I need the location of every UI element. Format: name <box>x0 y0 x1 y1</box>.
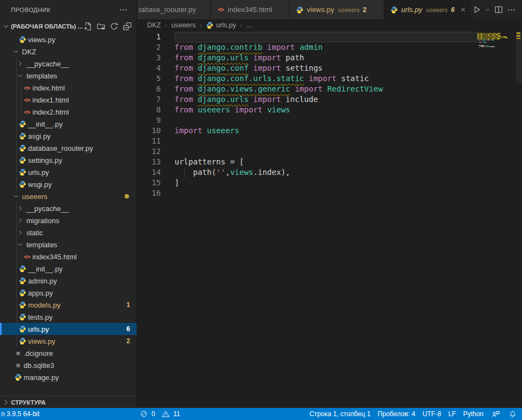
line-number[interactable]: 5 <box>137 73 161 84</box>
code-line-12[interactable] <box>175 146 383 157</box>
tree-file-index1-html[interactable]: <>index1.html <box>0 94 137 106</box>
tree-file--dcignore[interactable]: ≡.dcignore <box>0 347 137 359</box>
tree-file-index2-html[interactable]: <>index2.html <box>0 106 137 118</box>
line-number[interactable]: 8 <box>137 105 161 115</box>
line-number[interactable]: 13 <box>137 157 161 167</box>
tree-file-views-py[interactable]: views.py2 <box>0 335 137 347</box>
breadcrumb-item[interactable]: useeers <box>171 21 195 29</box>
breadcrumb-item[interactable]: ... <box>246 21 252 29</box>
tree-folder-dkz[interactable]: DKZ <box>0 46 137 58</box>
breadcrumb-item[interactable]: urls.py <box>206 21 236 29</box>
line-number[interactable]: 3 <box>137 53 161 63</box>
scrollbar-slider[interactable] <box>516 31 522 83</box>
tree-folder--pycache-[interactable]: __pycache__ <box>0 202 137 214</box>
line-number-gutter[interactable]: 12345678910111213141516 <box>137 32 161 198</box>
warning-count: 11 <box>173 410 180 418</box>
code-line-15[interactable]: ] <box>175 178 383 188</box>
file-icon: ≡ <box>14 350 22 357</box>
status-notifications[interactable] <box>508 408 518 420</box>
new-folder-button[interactable] <box>96 21 106 32</box>
code-line-11[interactable] <box>175 136 383 146</box>
tree-file-wsgi-py[interactable]: wsgi.py <box>0 178 137 190</box>
line-number[interactable]: 7 <box>137 94 161 105</box>
tree-file-tests-py[interactable]: tests.py <box>0 311 137 323</box>
close-icon[interactable] <box>459 5 467 14</box>
collapse-all-button[interactable] <box>122 21 133 32</box>
code-editor[interactable]: 12345678910111213141516 from django.cont… <box>137 31 522 408</box>
code-line-7[interactable]: from django.urls import include <box>175 94 383 105</box>
refresh-button[interactable] <box>109 21 120 32</box>
tree-file-urls-py[interactable]: urls.py <box>0 166 137 178</box>
tree-file--init-py[interactable]: __init__.py <box>0 263 137 275</box>
code-line-5[interactable]: from django.conf.urls.static import stat… <box>175 73 383 84</box>
status-language-mode[interactable]: Python <box>463 408 484 420</box>
code-line-14[interactable]: path('',views.index), <box>175 167 383 178</box>
line-number[interactable]: 2 <box>137 42 161 53</box>
tree-file-views-py[interactable]: views.py <box>0 33 137 46</box>
run-dropdown-icon[interactable] <box>484 4 491 16</box>
tree-folder-static[interactable]: static <box>0 226 137 239</box>
status-feedback[interactable] <box>491 408 501 420</box>
status-cursor-position[interactable]: Строка 1, столбец 1 <box>310 408 371 420</box>
scrollbar[interactable] <box>516 31 522 408</box>
tree-file-admin-py[interactable]: admin.py <box>0 275 137 287</box>
line-number[interactable]: 10 <box>137 126 161 136</box>
tab-urls-py[interactable]: urls.pyuseeers6 <box>384 0 470 19</box>
tree-file-asgi-py[interactable]: asgi.py <box>0 130 137 142</box>
tree-file-manage-py[interactable]: manage.py <box>0 371 137 383</box>
run-button[interactable] <box>470 4 482 16</box>
line-number[interactable]: 4 <box>137 63 161 73</box>
line-number[interactable]: 1 <box>137 32 161 42</box>
editor-group: tabase_roouter.py<>index345.htmlviews.py… <box>137 0 522 408</box>
tree-file-db-sqlite3[interactable]: ≡db.sqlite3 <box>0 359 137 371</box>
code-line-3[interactable]: from django.urls import path <box>175 53 383 63</box>
code-content[interactable]: from django.contrib import adminfrom dja… <box>175 32 383 198</box>
code-line-6[interactable]: from django.views.generic import Redirec… <box>175 84 383 94</box>
code-line-2[interactable]: from django.contrib import admin <box>175 42 383 53</box>
tree-file-settings-py[interactable]: settings.py <box>0 154 137 166</box>
tree-file--init-py[interactable]: __init__.py <box>0 118 137 130</box>
split-editor-button[interactable] <box>492 4 504 16</box>
status-encoding[interactable]: UTF-8 <box>423 408 441 420</box>
tree-file-apps-py[interactable]: apps.py <box>0 287 137 299</box>
code-line-4[interactable]: from django.conf import settings <box>175 63 383 73</box>
breadcrumb-item[interactable]: DKZ <box>147 21 161 29</box>
tree-folder-templates[interactable]: templates <box>0 70 137 82</box>
status-eol[interactable]: LF <box>448 408 456 420</box>
more-actions-icon[interactable] <box>117 4 130 16</box>
tree-file-models-py[interactable]: models.py1 <box>0 299 137 311</box>
tree-file-database-roouter-py[interactable]: database_roouter.py <box>0 142 137 154</box>
tab-index345-html[interactable]: <>index345.html <box>211 0 290 19</box>
line-number[interactable]: 9 <box>137 115 161 126</box>
tree-folder-useeers[interactable]: useeers <box>0 190 137 202</box>
workspace-section-header[interactable]: (РАБОЧАЯ ОБЛАСТЬ) ... <box>0 19 136 33</box>
tree-file-index345-html[interactable]: <>index345.html <box>0 251 137 263</box>
more-actions-icon[interactable] <box>506 4 518 16</box>
outline-section-header[interactable]: СТРУКТУРА <box>0 396 137 408</box>
line-number[interactable]: 14 <box>137 167 161 178</box>
line-number[interactable]: 11 <box>137 136 161 146</box>
status-problems[interactable]: 011 <box>139 408 180 420</box>
line-number[interactable]: 16 <box>137 188 161 198</box>
tree-folder-templates[interactable]: templates <box>0 239 137 251</box>
tab-views-py[interactable]: views.pyuseeers2 <box>290 0 384 19</box>
status-indentation[interactable]: Пробелов: 4 <box>378 408 416 420</box>
new-file-button[interactable] <box>82 21 93 32</box>
chevron-right-icon <box>238 22 244 29</box>
tree-folder-migrations[interactable]: migrations <box>0 214 137 226</box>
tree-file-urls-py[interactable]: urls.py6 <box>0 323 137 335</box>
tree-folder--pycache-[interactable]: __pycache__ <box>0 58 137 70</box>
line-number[interactable]: 6 <box>137 84 161 94</box>
tab-tabase-roouter-py[interactable]: tabase_roouter.py <box>137 0 211 19</box>
code-line-13[interactable]: urlpatterns = [ <box>175 157 383 167</box>
line-number[interactable]: 12 <box>137 146 161 157</box>
code-line-1[interactable] <box>175 32 383 42</box>
minimap[interactable] <box>478 31 516 408</box>
code-line-9[interactable] <box>175 115 383 126</box>
code-line-10[interactable]: import useeers <box>175 126 383 136</box>
code-line-16[interactable] <box>175 188 383 198</box>
line-number[interactable]: 15 <box>137 178 161 188</box>
tree-file-index-html[interactable]: <>index.html <box>0 82 137 94</box>
code-line-8[interactable]: from useeers import views <box>175 105 383 115</box>
status-python-interpreter[interactable]: n 3.9.5 64-bit <box>0 408 40 420</box>
